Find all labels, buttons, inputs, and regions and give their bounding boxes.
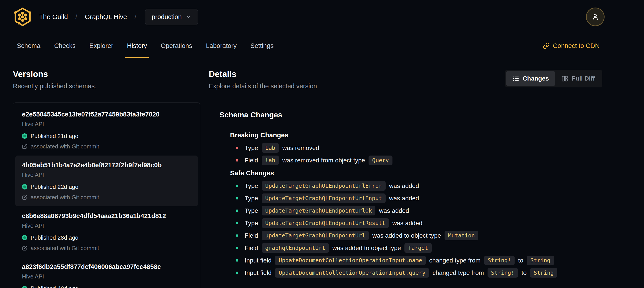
tab-laboratory[interactable]: Laboratory <box>206 34 237 58</box>
safe-changes-list: Type UpdateTargetGraphQLEndpointUrlError… <box>230 181 602 277</box>
published-dot-icon <box>22 184 27 189</box>
code-chip: UpdateDocumentCollectionOperationInput.n… <box>275 256 426 265</box>
version-card[interactable]: e2e55045345ce13fe07f52a77459b83fa3fe7020… <box>15 105 198 156</box>
tab-schema[interactable]: Schema <box>17 34 40 58</box>
change-item: Type Lab was removed <box>236 143 602 153</box>
code-chip: Lab <box>262 143 279 153</box>
external-link-icon <box>22 194 28 200</box>
target-selector[interactable]: production <box>145 9 198 25</box>
version-status: Published 21d ago <box>22 133 191 139</box>
safe-bullet-icon <box>236 197 238 199</box>
external-link-icon <box>22 144 28 149</box>
code-chip: UpdateTargetGraphQLEndpointUrlResult <box>262 218 389 228</box>
safe-bullet-icon <box>236 222 238 224</box>
version-service: Hive API <box>22 222 191 229</box>
git-commit-label: associated with Git commit <box>30 245 99 251</box>
user-icon <box>590 12 600 22</box>
breadcrumb-separator: / <box>75 13 77 21</box>
versions-list: e2e55045345ce13fe07f52a77459b83fa3fe7020… <box>13 102 200 288</box>
code-chip: String! <box>488 268 518 277</box>
list-icon <box>512 75 519 82</box>
code-chip: Query <box>368 156 392 165</box>
connect-to-cdn-link[interactable]: Connect to CDN <box>543 34 600 58</box>
code-chip: UpdateTargetGraphQLEndpointUrlOk <box>262 206 376 215</box>
tab-label: Checks <box>54 42 76 50</box>
details-title-block: Details Explore details of the selected … <box>209 69 317 90</box>
code-chip: String <box>530 268 557 277</box>
version-service: Hive API <box>22 171 191 178</box>
git-commit-link[interactable]: associated with Git commit <box>22 194 191 201</box>
changes-view-button[interactable]: Changes <box>506 71 555 86</box>
git-commit-link[interactable]: associated with Git commit <box>22 245 191 251</box>
link-icon <box>543 42 550 49</box>
main-content: Versions Recently published schemas. e2e… <box>0 58 644 288</box>
safe-bullet-icon <box>236 209 238 212</box>
breadcrumb-org[interactable]: The Guild <box>39 13 68 21</box>
safe-bullet-icon <box>236 247 238 249</box>
version-status: Published 40d ago <box>22 285 191 288</box>
breaking-changes-list: Type Lab was removed Field lab was remov… <box>230 143 602 165</box>
details-title: Details <box>209 69 317 79</box>
tab-explorer[interactable]: Explorer <box>89 34 113 58</box>
change-item: Type UpdateTargetGraphQLEndpointUrlOk wa… <box>236 206 602 215</box>
published-label: Published 28d ago <box>30 234 78 241</box>
code-chip: UpdateTargetGraphQLEndpointUrlError <box>262 181 386 191</box>
change-item: Type UpdateTargetGraphQLEndpointUrlError… <box>236 181 602 191</box>
details-panel: Details Explore details of the selected … <box>209 69 644 288</box>
version-card[interactable]: c8b6e88a06793b9c4dfd54aaa21b36a1b421d812… <box>15 206 198 257</box>
chevron-down-icon <box>186 14 192 20</box>
full-diff-view-label: Full Diff <box>572 75 595 82</box>
version-status: Published 22d ago <box>22 183 191 190</box>
breaking-bullet-icon <box>236 159 238 162</box>
details-header: Details Explore details of the selected … <box>209 69 602 90</box>
breaking-changes-group: Breaking Changes Type Lab was removed Fi… <box>230 131 602 165</box>
user-avatar-button[interactable] <box>586 8 604 26</box>
published-dot-icon <box>22 286 27 288</box>
tab-label: Operations <box>161 42 192 50</box>
tab-label: History <box>127 42 147 50</box>
tab-label: Settings <box>250 42 274 50</box>
breaking-bullet-icon <box>236 147 238 149</box>
schema-changes-title: Schema Changes <box>220 110 602 119</box>
safe-changes-title: Safe Changes <box>230 169 602 177</box>
git-commit-link[interactable]: associated with Git commit <box>22 143 191 150</box>
tab-history[interactable]: History <box>127 34 147 58</box>
published-dot-icon <box>22 133 27 139</box>
details-subtitle: Explore details of the selected version <box>209 83 317 90</box>
breadcrumb-separator: / <box>134 13 136 21</box>
change-item: Field lab was removed from object type Q… <box>236 156 602 165</box>
tab-operations[interactable]: Operations <box>161 34 192 58</box>
tab-settings[interactable]: Settings <box>250 34 274 58</box>
version-hash: e2e55045345ce13fe07f52a77459b83fa3fe7020 <box>22 111 191 118</box>
breadcrumb-project[interactable]: GraphQL Hive <box>85 13 127 21</box>
tab-label: Explorer <box>89 42 113 50</box>
version-hash: a823f6db2a55df877dcf406006abca97fcc4858c <box>22 263 191 270</box>
versions-panel: Versions Recently published schemas. e2e… <box>13 69 200 288</box>
full-diff-view-button[interactable]: Full Diff <box>555 71 601 86</box>
change-item: Type UpdateTargetGraphQLEndpointUrlInput… <box>236 193 602 203</box>
version-service: Hive API <box>22 121 191 127</box>
code-chip: lab <box>262 156 279 165</box>
published-label: Published 21d ago <box>30 133 78 139</box>
safe-bullet-icon <box>236 185 238 187</box>
version-card[interactable]: a823f6db2a55df877dcf406006abca97fcc4858c… <box>15 257 198 288</box>
version-card-selected[interactable]: 4b05ab51b1b4a7e2e4b0ef82172f2b9f7ef98c0b… <box>15 156 198 206</box>
change-item: Input field UpdateDocumentCollectionOper… <box>236 268 602 277</box>
git-commit-label: associated with Git commit <box>30 143 99 150</box>
change-item: Field updateTargetGraphQLEndpointUrl was… <box>236 231 602 240</box>
tab-checks[interactable]: Checks <box>54 34 76 58</box>
git-commit-label: associated with Git commit <box>30 194 99 201</box>
code-chip: graphqlEndpointUrl <box>262 243 329 253</box>
published-label: Published 40d ago <box>30 285 78 288</box>
published-dot-icon <box>22 235 27 240</box>
schema-changes-section: Schema Changes Breaking Changes Type Lab… <box>220 110 602 277</box>
code-chip: Target <box>404 243 432 253</box>
tab-label: Schema <box>17 42 40 50</box>
version-hash: c8b6e88a06793b9c4dfd54aaa21b36a1b421d812 <box>22 212 191 220</box>
safe-bullet-icon <box>236 259 238 261</box>
version-service: Hive API <box>22 273 191 280</box>
published-label: Published 22d ago <box>30 183 78 190</box>
safe-changes-group: Safe Changes Type UpdateTargetGraphQLEnd… <box>230 169 602 277</box>
tab-label: Laboratory <box>206 42 237 50</box>
hive-logo[interactable] <box>13 7 32 27</box>
